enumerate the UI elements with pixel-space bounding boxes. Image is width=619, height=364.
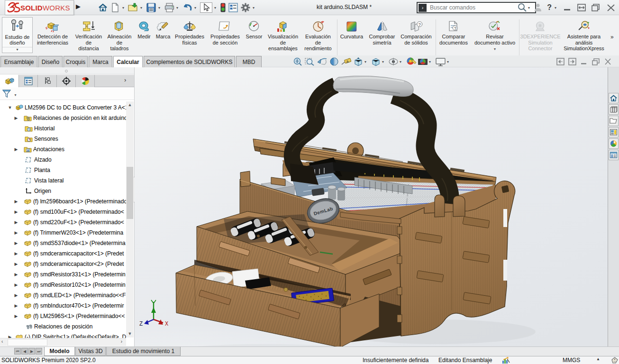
svg-text:SOLID: SOLID [20, 4, 43, 12]
svg-text:X: X [165, 321, 168, 328]
svg-text:?: ? [418, 22, 420, 27]
svg-text:Z: Z [139, 321, 143, 328]
svg-text:A: A [27, 149, 29, 152]
svg-text:?: ? [454, 26, 456, 31]
svg-text:WORKS: WORKS [43, 4, 70, 12]
